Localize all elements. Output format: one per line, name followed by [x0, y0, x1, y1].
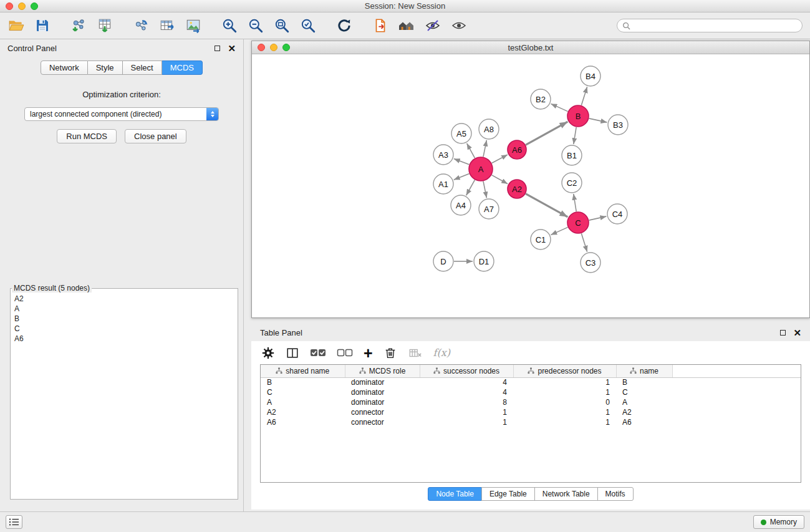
graph-node-B2[interactable]: B2 — [531, 89, 551, 109]
mcds-result-item[interactable]: C — [12, 324, 236, 334]
search-input[interactable] — [634, 21, 797, 30]
eye-slash-button[interactable] — [424, 17, 441, 34]
table-row[interactable]: Cdominator41C — [261, 387, 801, 397]
export-network-button[interactable] — [132, 17, 150, 34]
graph-node-B3[interactable]: B3 — [608, 115, 628, 135]
graph-edge-A-A1[interactable] — [454, 173, 470, 180]
graph-node-A7[interactable]: A7 — [479, 199, 499, 219]
column-header-predecessor-nodes[interactable]: predecessor nodes — [513, 365, 616, 377]
tab-network[interactable]: Network — [41, 60, 88, 75]
graph-edge-A-A8[interactable] — [483, 140, 486, 157]
import-network-button[interactable] — [70, 17, 87, 34]
graph-node-B[interactable]: B — [567, 105, 589, 127]
homes-button[interactable] — [398, 17, 415, 34]
mcds-result-item[interactable]: A6 — [12, 334, 236, 344]
save-session-button[interactable] — [34, 17, 51, 34]
graph-node-C1[interactable]: C1 — [531, 230, 551, 249]
mcds-result-item[interactable]: A2 — [12, 294, 236, 304]
graph-edge-A-A4[interactable] — [466, 180, 475, 196]
zoom-selected-button[interactable] — [299, 17, 317, 34]
minimize-window-button[interactable] — [18, 2, 26, 10]
close-table-panel-button[interactable]: ✕ — [793, 328, 801, 337]
memory-button[interactable]: Memory — [753, 515, 804, 529]
run-mcds-button[interactable]: Run MCDS — [57, 129, 117, 143]
open-session-button[interactable] — [7, 17, 25, 34]
mcds-result-item[interactable]: B — [12, 314, 236, 324]
mcds-result-item[interactable]: A — [12, 304, 236, 314]
delete-selected-button[interactable] — [383, 346, 397, 360]
graph-node-A5[interactable]: A5 — [451, 123, 471, 143]
graph-edge-B-B2[interactable] — [551, 104, 567, 111]
clear-selection-button[interactable] — [337, 347, 353, 359]
graph-edge-B-B4[interactable] — [581, 87, 587, 105]
table-row[interactable]: Bdominator41B — [261, 377, 801, 387]
close-control-panel-button[interactable]: ✕ — [228, 44, 236, 53]
close-window-button[interactable] — [6, 2, 13, 10]
add-column-button[interactable]: + — [364, 347, 373, 359]
zoom-fit-button[interactable] — [273, 17, 291, 34]
tab-motifs[interactable]: Motifs — [597, 487, 634, 501]
column-header-shared-name[interactable]: shared name — [261, 365, 345, 377]
table-row[interactable]: Adominator80A — [261, 397, 801, 407]
graph-node-C3[interactable]: C3 — [581, 253, 600, 273]
table-row[interactable]: A2connector11A2 — [261, 407, 801, 417]
graph-node-A2[interactable]: A2 — [508, 180, 526, 198]
tab-node-table[interactable]: Node Table — [428, 487, 482, 501]
export-image-button[interactable] — [185, 17, 202, 34]
tab-style[interactable]: Style — [88, 60, 123, 75]
column-header-successor-nodes[interactable]: successor nodes — [420, 365, 513, 377]
graph-node-D[interactable]: D — [433, 251, 453, 271]
graph-node-A3[interactable]: A3 — [433, 145, 453, 165]
tab-select[interactable]: Select — [123, 60, 162, 75]
graph-edge-A-A6[interactable] — [492, 155, 508, 163]
network-canvas[interactable]: B4B2BB3A5A8A6B1A3AA1C2A2A4A7CC4C1C3DD1 — [252, 55, 809, 317]
graph-node-A6[interactable]: A6 — [508, 140, 526, 159]
table-settings-button[interactable] — [261, 346, 275, 360]
graph-node-A[interactable]: A — [469, 157, 493, 181]
function-builder-button[interactable]: f(x) — [433, 347, 450, 359]
graph-edge-C-C1[interactable] — [551, 227, 567, 235]
maximize-window-button[interactable] — [31, 2, 38, 10]
network-graph[interactable]: B4B2BB3A5A8A6B1A3AA1C2A2A4A7CC4C1C3DD1 — [252, 55, 809, 317]
graph-node-C[interactable]: C — [567, 212, 589, 233]
graph-node-A4[interactable]: A4 — [451, 195, 471, 215]
graph-edge-C-C2[interactable] — [574, 194, 576, 211]
tab-mcds[interactable]: MCDS — [162, 60, 203, 75]
graph-node-B1[interactable]: B1 — [562, 145, 582, 165]
column-header-mcds-role[interactable]: MCDS role — [345, 365, 420, 377]
criterion-dropdown[interactable]: largest connected component (directed) — [24, 107, 219, 121]
graph-edge-B-B3[interactable] — [589, 118, 607, 122]
graph-edge-A2-C[interactable] — [526, 194, 567, 217]
task-history-button[interactable] — [6, 515, 22, 529]
zoom-in-button[interactable] — [221, 17, 238, 34]
document-arrow-button[interactable] — [372, 17, 389, 34]
graph-edge-B-B1[interactable] — [574, 127, 576, 144]
close-mcds-panel-button[interactable]: Close panel — [125, 129, 186, 143]
split-view-button[interactable] — [286, 346, 299, 360]
select-all-button[interactable] — [310, 347, 326, 359]
column-header-name[interactable]: name — [616, 365, 672, 377]
graph-edge-A-A3[interactable] — [454, 158, 470, 164]
mcds-result-list[interactable]: A2ABCA6 — [12, 294, 236, 498]
zoom-out-button[interactable] — [247, 17, 264, 34]
graph-edge-A-A7[interactable] — [483, 181, 486, 198]
float-control-panel-button[interactable] — [215, 46, 220, 51]
table-row[interactable]: A6connector11A6 — [261, 417, 801, 427]
tab-edge-table[interactable]: Edge Table — [481, 487, 535, 501]
graph-node-A1[interactable]: A1 — [433, 174, 453, 194]
close-network-window-button[interactable] — [258, 44, 265, 51]
eye-button[interactable] — [450, 17, 468, 34]
graph-edge-A6-B[interactable] — [526, 122, 567, 145]
import-table-button[interactable] — [96, 17, 113, 34]
tab-network-table[interactable]: Network Table — [534, 487, 598, 501]
refresh-button[interactable] — [335, 17, 353, 34]
graph-node-C4[interactable]: C4 — [607, 204, 627, 224]
graph-node-C2[interactable]: C2 — [562, 173, 582, 193]
graph-node-B4[interactable]: B4 — [581, 66, 600, 86]
graph-edge-A-A2[interactable] — [492, 175, 508, 184]
maximize-network-window-button[interactable] — [282, 44, 290, 51]
delete-table-button[interactable] — [408, 346, 423, 360]
graph-edge-C-C4[interactable] — [589, 216, 607, 220]
export-table-button[interactable] — [158, 17, 176, 34]
minimize-network-window-button[interactable] — [270, 44, 277, 51]
